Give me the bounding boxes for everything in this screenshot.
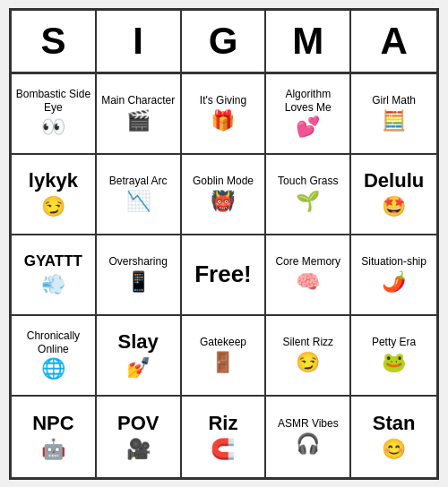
bingo-cell[interactable]: POV🎥 [97, 397, 182, 477]
cell-emoji: 🧲 [211, 438, 235, 461]
bingo-cell[interactable]: ASMR Vibes🎧 [266, 397, 351, 477]
cell-emoji: 🌐 [41, 357, 65, 380]
bingo-cell[interactable]: Stan😊 [351, 397, 436, 477]
cell-text: POV [117, 412, 159, 435]
cell-emoji: 🌶️ [382, 270, 406, 294]
cell-text: Delulu [364, 169, 424, 192]
bingo-cell[interactable]: Algorithm Loves Me💕 [266, 74, 351, 155]
bingo-card: SIGMA Bombastic Side Eye👀Main Character🎬… [9, 8, 439, 480]
bingo-cell[interactable]: Girl Math🧮 [351, 74, 436, 155]
bingo-cell[interactable]: lykyk😏 [12, 155, 97, 235]
cell-text: Situation-ship [361, 255, 426, 268]
cell-emoji: 💅 [126, 356, 151, 380]
cell-text: Core Memory [275, 255, 340, 268]
cell-emoji: 🐸 [382, 351, 406, 374]
cell-text: Touch Grass [278, 175, 338, 187]
cell-emoji: 🧠 [296, 270, 320, 294]
bingo-header: SIGMA [12, 11, 436, 74]
cell-text: Girl Math [372, 94, 416, 107]
cell-text: Stan [373, 412, 416, 435]
header-letter: M [266, 11, 351, 72]
cell-text: Betrayal Arc [109, 175, 168, 187]
bingo-cell[interactable]: Slay💅 [97, 316, 182, 397]
header-letter: G [182, 11, 267, 72]
cell-emoji: 😏 [296, 351, 320, 374]
cell-text: ASMR Vibes [278, 417, 339, 430]
cell-text: Bombastic Side Eye [15, 88, 91, 114]
bingo-cell[interactable]: Free! [182, 235, 267, 316]
bingo-cell[interactable]: Main Character🎬 [97, 74, 182, 155]
header-letter: S [12, 11, 97, 72]
cell-emoji: 🌱 [296, 190, 320, 213]
cell-emoji: 🤖 [41, 438, 65, 461]
header-letter: I [97, 11, 182, 72]
header-letter: A [351, 11, 436, 72]
cell-text: Silent Rizz [282, 336, 333, 348]
cell-emoji: 🎥 [126, 438, 151, 461]
cell-emoji: 📱 [126, 270, 151, 294]
cell-text: Gatekeep [200, 336, 246, 348]
bingo-cell[interactable]: Chronically Online🌐 [12, 316, 97, 397]
cell-text: lykyk [29, 169, 78, 192]
cell-text: Slay [118, 330, 159, 354]
cell-emoji: 😊 [382, 438, 406, 461]
cell-emoji: 🎁 [211, 109, 235, 132]
cell-text: Riz [208, 412, 237, 435]
cell-text: Free! [194, 261, 252, 288]
bingo-cell[interactable]: It's Giving🎁 [182, 74, 267, 155]
cell-text: Main Character [101, 94, 175, 107]
cell-text: Algorithm Loves Me [270, 88, 346, 114]
bingo-grid: Bombastic Side Eye👀Main Character🎬It's G… [12, 74, 436, 477]
cell-emoji: 🎧 [296, 432, 320, 456]
bingo-cell[interactable]: Bombastic Side Eye👀 [12, 74, 97, 155]
cell-text: Chronically Online [15, 329, 91, 355]
bingo-cell[interactable]: Oversharing📱 [97, 235, 182, 316]
bingo-cell[interactable]: Touch Grass🌱 [266, 155, 351, 235]
cell-text: Petty Era [372, 336, 416, 348]
bingo-cell[interactable]: Gatekeep🚪 [182, 316, 267, 397]
cell-emoji: 🚪 [211, 351, 235, 374]
bingo-cell[interactable]: Petty Era🐸 [351, 316, 436, 397]
bingo-cell[interactable]: GYATTT💨 [12, 235, 97, 316]
cell-text: Goblin Mode [193, 175, 254, 187]
cell-emoji: 💨 [41, 273, 65, 296]
cell-text: GYATTT [24, 252, 82, 270]
bingo-cell[interactable]: Betrayal Arc📉 [97, 155, 182, 235]
cell-emoji: 🧮 [382, 109, 406, 132]
bingo-cell[interactable]: Delulu🤩 [351, 155, 436, 235]
cell-emoji: 👀 [41, 115, 65, 139]
cell-emoji: 📉 [126, 190, 151, 213]
cell-emoji: 🎬 [126, 109, 151, 132]
cell-emoji: 💕 [296, 115, 320, 139]
bingo-cell[interactable]: Silent Rizz😏 [266, 316, 351, 397]
bingo-cell[interactable]: NPC🤖 [12, 397, 97, 477]
cell-text: NPC [32, 412, 73, 435]
cell-emoji: 😏 [41, 195, 65, 218]
bingo-cell[interactable]: Goblin Mode👹 [182, 155, 267, 235]
cell-text: Oversharing [109, 255, 168, 268]
bingo-cell[interactable]: Core Memory🧠 [266, 235, 351, 316]
bingo-cell[interactable]: Riz🧲 [182, 397, 267, 477]
cell-text: It's Giving [200, 94, 246, 107]
cell-emoji: 👹 [211, 190, 235, 213]
cell-emoji: 🤩 [382, 195, 406, 218]
bingo-cell[interactable]: Situation-ship🌶️ [351, 235, 436, 316]
